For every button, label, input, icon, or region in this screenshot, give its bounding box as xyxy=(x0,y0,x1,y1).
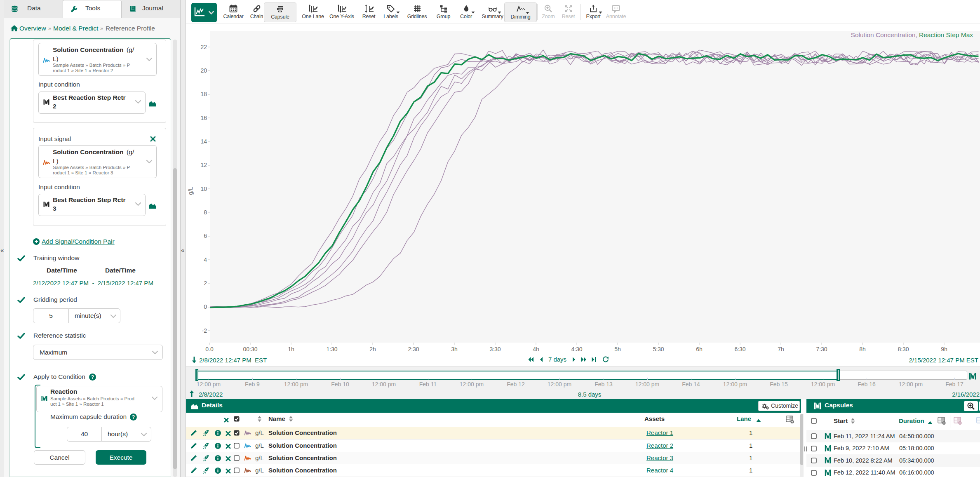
svg-text:?: ? xyxy=(91,374,94,380)
svg-text:4h: 4h xyxy=(533,346,539,352)
svg-text:2: 2 xyxy=(204,280,207,287)
svg-text:6: 6 xyxy=(204,233,207,239)
svg-text:5:30: 5:30 xyxy=(653,346,664,352)
svg-text:4:30: 4:30 xyxy=(571,346,582,352)
svg-text:6:30: 6:30 xyxy=(734,346,745,352)
svg-text:g/L: g/L xyxy=(187,187,194,195)
svg-text:5h: 5h xyxy=(614,346,621,352)
svg-text:14: 14 xyxy=(200,138,207,145)
svg-text:8: 8 xyxy=(204,209,207,216)
svg-text:?: ? xyxy=(132,414,135,420)
svg-text:3h: 3h xyxy=(451,346,458,352)
svg-text:16: 16 xyxy=(200,115,207,121)
svg-text:3:30: 3:30 xyxy=(489,346,501,352)
svg-text:0.0: 0.0 xyxy=(205,346,214,352)
svg-text:7h: 7h xyxy=(778,346,784,352)
svg-text:20: 20 xyxy=(200,67,207,74)
svg-text:10: 10 xyxy=(200,186,207,192)
svg-text:-2: -2 xyxy=(202,327,207,334)
svg-text:Solution Concentration, Reacti: Solution Concentration, Reaction Step Ma… xyxy=(851,31,973,38)
svg-text:4: 4 xyxy=(204,256,207,263)
svg-text:7:30: 7:30 xyxy=(816,346,827,352)
svg-text:1:30: 1:30 xyxy=(326,346,337,352)
svg-text:12: 12 xyxy=(200,162,207,168)
svg-text:2h: 2h xyxy=(369,346,376,352)
svg-text:1h: 1h xyxy=(288,346,294,352)
svg-text:6h: 6h xyxy=(696,346,703,352)
svg-text:8:30: 8:30 xyxy=(898,346,909,352)
svg-text:22: 22 xyxy=(200,44,207,50)
svg-text:2:30: 2:30 xyxy=(408,346,419,352)
svg-text:8h: 8h xyxy=(859,346,866,352)
svg-text:9h: 9h xyxy=(941,346,947,352)
svg-text:18: 18 xyxy=(200,91,207,97)
svg-text:00:30: 00:30 xyxy=(243,346,257,352)
svg-text:0: 0 xyxy=(204,303,207,310)
